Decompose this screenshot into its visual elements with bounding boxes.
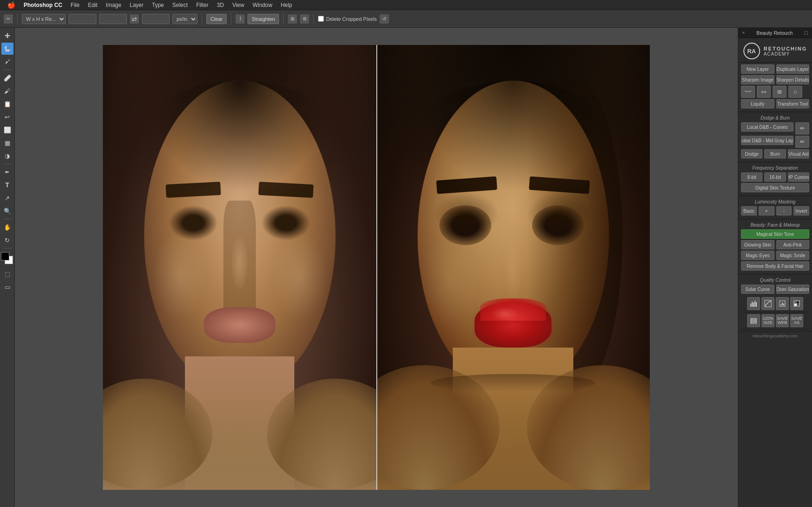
menu-view[interactable]: View (228, 2, 248, 8)
over-saturation-button[interactable]: Over-Saturation (776, 285, 810, 294)
eight-bit-button[interactable]: 8-bit (741, 172, 762, 182)
warp-icon[interactable]: 〰 (741, 86, 755, 98)
freq-sep-section: Frequency Separation 8-bit 16-bit HP Cus… (738, 162, 812, 196)
local-db-pencil[interactable]: ✏ (795, 122, 809, 134)
healing-tool[interactable]: 🩹 (1, 72, 13, 84)
magic-smile-button[interactable]: Magic Smile (776, 251, 810, 260)
layers-icon[interactable] (747, 314, 760, 327)
plus-button[interactable]: + (759, 206, 774, 215)
brush-tool[interactable]: 🖌 (1, 85, 13, 97)
menu-filter[interactable]: Filter (192, 2, 212, 8)
pen-tool[interactable]: ✒ (1, 166, 13, 178)
crop-tool[interactable] (1, 43, 13, 55)
straighten-tool-icon[interactable]: ⌇ (235, 14, 245, 24)
delete-cropped-label[interactable]: Delete Cropped Pixels (318, 16, 376, 22)
menu-3d[interactable]: 3D (213, 2, 228, 8)
panel-close-button[interactable]: × (742, 30, 745, 35)
settings-icon[interactable]: ⚙ (300, 14, 309, 24)
minus-button[interactable]: - (776, 206, 792, 215)
solar-curve-button[interactable]: Solar Curve (741, 285, 774, 294)
global-db-pencil[interactable]: ✏ (795, 136, 809, 148)
layer-btn-row: New Layer Duplicate Layer (741, 64, 809, 74)
magical-skin-row: Magical Skin Tone (741, 229, 809, 239)
magical-skin-button[interactable]: Magical Skin Tone (741, 229, 809, 239)
width-input[interactable] (69, 14, 96, 24)
invert-button[interactable]: Invert (793, 206, 809, 215)
panel-expand-button[interactable]: ◻ (804, 30, 808, 36)
save-as-icon[interactable]: SAVE AS (790, 314, 803, 327)
separator-5 (313, 13, 314, 25)
duplicate-layer-button[interactable]: Duplicate Layer (776, 64, 810, 74)
apple-menu[interactable]: 🍎 (4, 1, 19, 9)
global-db-button[interactable]: Global D&B - Mid Gray Layer (741, 136, 793, 145)
clear-button[interactable]: Clear (206, 14, 227, 24)
local-db-button[interactable]: Local D&B - Curves (741, 122, 793, 132)
hp-custom-button[interactable]: HP Custom (788, 172, 809, 182)
crop-tool-icon[interactable]: ✂ (4, 14, 13, 24)
menu-image[interactable]: Image (102, 2, 125, 8)
menu-type[interactable]: Type (148, 2, 168, 8)
color-swatches[interactable] (1, 252, 14, 265)
digital-skin-button[interactable]: Digital Skin Texture (741, 183, 809, 192)
blur-icon[interactable]: ≋ (773, 86, 787, 98)
stamp-tool[interactable]: 📋 (1, 98, 13, 110)
grid-icon[interactable]: ⊞ (288, 14, 297, 24)
dodge-tool[interactable]: ◑ (1, 150, 13, 162)
histogram-icon[interactable] (747, 297, 760, 310)
resolution-input[interactable] (142, 14, 170, 24)
menu-edit[interactable]: Edit (84, 2, 102, 8)
save-as-bottom: AS (794, 321, 799, 325)
glowing-skin-button[interactable]: Glowing Skin (741, 240, 774, 249)
basic-button[interactable]: Basic (741, 206, 757, 215)
circle-icon[interactable]: ○ (788, 86, 802, 98)
move-tool[interactable] (1, 30, 13, 42)
type-tool[interactable]: T (1, 179, 13, 191)
save-web-icon[interactable]: SAVE WEB (776, 314, 789, 327)
height-input[interactable] (99, 14, 127, 24)
history-tool[interactable]: ↩ (1, 111, 13, 123)
anti-pink-button[interactable]: Anti-Pink (776, 240, 810, 249)
menu-help[interactable]: Help (277, 2, 296, 8)
menu-select[interactable]: Select (169, 2, 191, 8)
screen-mode-button[interactable]: ▭ (1, 281, 13, 293)
curves-icon[interactable] (761, 297, 774, 310)
gradient-tool[interactable]: ▦ (1, 137, 13, 149)
menu-layer[interactable]: Layer (126, 2, 147, 8)
distort-icon[interactable]: ⇿ (757, 86, 771, 98)
rotate-tool[interactable]: ↻ (1, 234, 13, 246)
zoom-tool[interactable]: 🔍 (1, 205, 13, 217)
liquify-button[interactable]: Liquify (741, 99, 774, 108)
before-panel (103, 45, 376, 490)
quick-mask-button[interactable]: ⬚ (1, 268, 13, 280)
app-name: Photoshop CC (20, 2, 66, 8)
foreground-color[interactable] (1, 252, 9, 260)
dodge-button[interactable]: Dodge (741, 149, 762, 158)
ratio-select[interactable]: W x H x Re... (22, 14, 66, 24)
burn-button[interactable]: Burn (764, 149, 786, 158)
eraser-tool[interactable]: ⬜ (1, 124, 13, 136)
transform-tool-button[interactable]: Transform Tool (776, 99, 810, 108)
size-icon[interactable]: 120% SIZE (761, 314, 774, 327)
menu-file[interactable]: File (67, 2, 83, 8)
sixteen-bit-button[interactable]: 16-bit (764, 172, 786, 182)
reset-icon[interactable]: ↺ (380, 14, 389, 24)
hand-tool[interactable]: ✋ (1, 221, 13, 233)
sharpen-details-button[interactable]: Sharpen Details (776, 75, 810, 84)
svg-rect-4 (756, 302, 757, 307)
threshold-icon[interactable] (790, 297, 803, 310)
unit-select[interactable]: px/in (172, 14, 197, 24)
straighten-button[interactable]: Straighten (247, 14, 279, 24)
eyedropper-tool[interactable] (1, 56, 13, 68)
svg-rect-14 (751, 320, 756, 322)
svg-rect-2 (753, 303, 754, 307)
swap-icon[interactable]: ⇄ (130, 14, 139, 24)
remove-hair-button[interactable]: Remove Body & Facial Hair (741, 261, 809, 271)
shape-tool[interactable]: ↗ (1, 192, 13, 204)
magic-eyes-button[interactable]: Magic Eyes (741, 251, 774, 260)
new-layer-button[interactable]: New Layer (741, 64, 774, 74)
visual-aid-button[interactable]: Visual Aid (788, 149, 809, 158)
sharpen-image-button[interactable]: Sharpen Image (741, 75, 774, 84)
delete-cropped-checkbox[interactable] (318, 16, 324, 22)
menu-window[interactable]: Window (249, 2, 276, 8)
levels-icon[interactable] (776, 297, 789, 310)
